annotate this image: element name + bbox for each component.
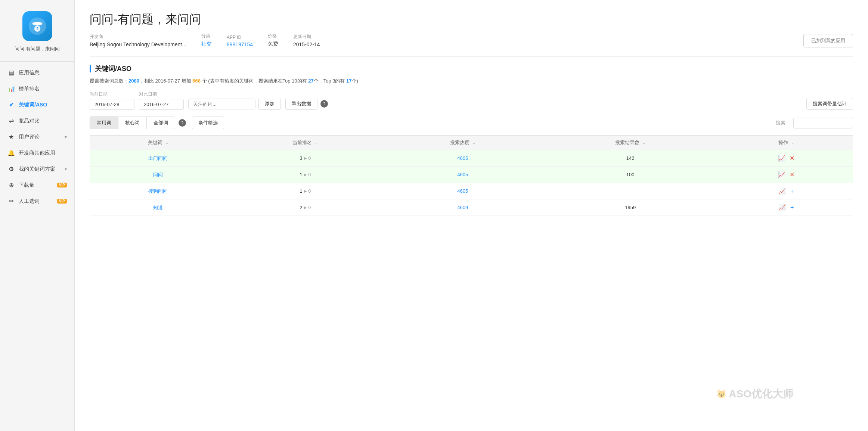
sidebar-app-name: 问问-有问题，来问问 bbox=[11, 46, 63, 52]
keyword-link[interactable]: 问问 bbox=[153, 172, 163, 177]
update-label: 更新日期 bbox=[293, 34, 320, 40]
section-title: 关键词/ASO bbox=[90, 64, 853, 73]
app-header: 问问-有问题，来问问 开发商 Beijing Sogou Technology … bbox=[90, 11, 853, 47]
sidebar-item-app-info[interactable]: ▤ 应用信息 bbox=[0, 65, 74, 81]
app-id-meta: APP ID 898197154 bbox=[227, 35, 253, 47]
trend-icon[interactable]: 📈 bbox=[778, 188, 786, 194]
sidebar-item-competitor[interactable]: ⇌ 竞品对比 bbox=[0, 113, 74, 129]
ops-cell: 📈 ✕ bbox=[719, 150, 853, 167]
app-info-icon: ▤ bbox=[7, 69, 15, 76]
keyword-tabs: 常用词 核心词 全部词 bbox=[90, 117, 175, 129]
table-row: 知道 2 ▶ 0 4609 1959 📈 + bbox=[90, 199, 853, 216]
chevron-down-icon: ▾ bbox=[65, 134, 67, 140]
results-cell: 1959 bbox=[541, 199, 719, 216]
sidebar-item-label: 应用信息 bbox=[19, 69, 40, 76]
tab-core[interactable]: 核心词 bbox=[118, 117, 147, 129]
sort-icon[interactable]: ⌄ bbox=[315, 141, 318, 145]
sidebar-item-manual-select[interactable]: ✏ 人工选词 VIP bbox=[0, 193, 74, 209]
category-label: 分类 bbox=[201, 33, 212, 39]
stats-top3: 17 bbox=[346, 78, 351, 84]
category-meta: 分类 社交 bbox=[201, 33, 212, 47]
sort-icon[interactable]: ⌄ bbox=[791, 141, 794, 145]
added-to-my-apps-button[interactable]: 已加到我的应用 bbox=[803, 34, 853, 47]
stats-mid: 个，Top 3的有 bbox=[314, 78, 345, 84]
results-cell: 100 bbox=[541, 167, 719, 183]
trend-icon[interactable]: 📈 bbox=[778, 171, 785, 178]
sidebar-item-dev-apps[interactable]: 🔔 开发商其他应用 bbox=[0, 145, 74, 161]
stats-top10: 27 bbox=[308, 78, 313, 84]
delete-icon[interactable]: ✕ bbox=[790, 155, 794, 161]
rank-arrow-icon: ▶ bbox=[304, 173, 307, 177]
sort-icon[interactable]: ⌄ bbox=[642, 141, 645, 145]
sidebar-navigation: ▤ 应用信息 📊 榜单排名 ✔ 关键词/ASO ⇌ 竞品对比 ★ 用户评论 ▾ … bbox=[0, 65, 74, 209]
stats-line: 覆盖搜索词总数：2080，相比 2016-07-27 增加 668 个 (表中有… bbox=[90, 78, 853, 84]
stats-prefix: 覆盖搜索词总数： bbox=[90, 78, 128, 84]
col-keyword: 关键词 ⌄ bbox=[90, 136, 226, 150]
app-id-label: APP ID bbox=[227, 35, 253, 40]
rank-change-value: 0 bbox=[309, 205, 311, 210]
price-meta: 价格 免费 bbox=[268, 33, 278, 47]
sidebar-item-chart-rank[interactable]: 📊 榜单排名 bbox=[0, 81, 74, 97]
keyword-link[interactable]: 知道 bbox=[153, 205, 163, 210]
keyword-table: 关键词 ⌄ 当前排名 ⌄ 搜索热度 ⌄ 搜索结果数 ⌄ bbox=[90, 135, 853, 216]
add-icon[interactable]: + bbox=[790, 204, 794, 211]
trend-icon[interactable]: 📈 bbox=[778, 204, 786, 211]
trend-icon[interactable]: 📈 bbox=[778, 155, 785, 161]
tab-all[interactable]: 全部词 bbox=[146, 117, 175, 129]
sidebar: ? 问问-有问题，来问问 ▤ 应用信息 📊 榜单排名 ✔ 关键词/ASO ⇌ 竞… bbox=[0, 0, 75, 431]
sidebar-item-label: 下载量 bbox=[19, 182, 34, 189]
category-value[interactable]: 社交 bbox=[201, 41, 212, 47]
sidebar-item-label: 榜单排名 bbox=[19, 86, 40, 92]
delete-icon[interactable]: ✕ bbox=[790, 171, 794, 178]
chart-rank-icon: 📊 bbox=[7, 85, 15, 92]
sidebar-item-label: 我的关键词方案 bbox=[19, 166, 55, 173]
volume-estimate-button[interactable]: 搜索词带量估计 bbox=[806, 98, 853, 110]
rank-change-value: 0 bbox=[309, 172, 311, 177]
rank-value: 1 bbox=[300, 172, 302, 177]
app-id-value[interactable]: 898197154 bbox=[227, 41, 253, 47]
rank-change-value: 0 bbox=[309, 189, 311, 194]
tab-common[interactable]: 常用词 bbox=[90, 117, 118, 129]
table-row: 搜狗问问 1 ▶ 0 4605 📈 + bbox=[90, 183, 853, 199]
sort-icon[interactable]: ⌄ bbox=[472, 141, 475, 145]
rank-cell: 1 ▶ 0 bbox=[226, 183, 384, 199]
keyword-link[interactable]: 出门问问 bbox=[148, 155, 168, 161]
compare-date-input[interactable] bbox=[139, 99, 184, 110]
sidebar-item-label: 用户评论 bbox=[19, 134, 40, 140]
sidebar-item-user-review[interactable]: ★ 用户评论 ▾ bbox=[0, 129, 74, 145]
sidebar-item-downloads[interactable]: ⊕ 下载量 VIP bbox=[0, 177, 74, 193]
results-value: 1959 bbox=[625, 205, 636, 210]
current-date-group: 当前日期 bbox=[90, 91, 134, 110]
add-icon[interactable]: + bbox=[790, 188, 794, 194]
keyword-aso-icon: ✔ bbox=[7, 101, 15, 108]
help-icon[interactable]: ? bbox=[320, 100, 328, 108]
export-data-button[interactable]: 导出数据 bbox=[285, 98, 317, 110]
keyword-link[interactable]: 搜狗问问 bbox=[148, 188, 168, 194]
keyword-search-input[interactable] bbox=[188, 99, 255, 109]
sort-icon[interactable]: ⌄ bbox=[165, 141, 168, 145]
results-value: 142 bbox=[626, 155, 635, 161]
results-cell bbox=[541, 183, 719, 199]
rank-cell: 1 ▶ 0 bbox=[226, 167, 384, 183]
app-logo: ? bbox=[22, 11, 52, 41]
current-date-input[interactable] bbox=[90, 99, 134, 110]
dev-apps-icon: 🔔 bbox=[7, 149, 15, 156]
col-rank: 当前排名 ⌄ bbox=[226, 136, 384, 150]
sidebar-item-keyword-aso[interactable]: ✔ 关键词/ASO bbox=[0, 97, 74, 113]
vip-badge: VIP bbox=[57, 199, 67, 204]
keyword-filter-search[interactable] bbox=[793, 118, 853, 128]
downloads-icon: ⊕ bbox=[7, 182, 15, 189]
vip-badge: VIP bbox=[57, 183, 67, 187]
keyword-cell: 出门问问 bbox=[90, 150, 226, 167]
rank-cell: 2 ▶ 0 bbox=[226, 199, 384, 216]
heat-value: 4605 bbox=[457, 188, 468, 194]
sidebar-item-label: 开发商其他应用 bbox=[19, 150, 55, 156]
price-label: 价格 bbox=[268, 33, 278, 39]
stats-suffix: 个 (表中有热度的关键词，搜索结果在Top 10的有 bbox=[201, 78, 307, 84]
add-keyword-button[interactable]: 添加 bbox=[258, 98, 281, 110]
heat-value: 4609 bbox=[457, 205, 468, 210]
table-row: 出门问问 3 ▶ 0 4605 142 📈 ✕ bbox=[90, 150, 853, 167]
filter-condition-button[interactable]: 条件筛选 bbox=[192, 117, 224, 129]
tab-help-icon[interactable]: ? bbox=[179, 119, 186, 127]
sidebar-item-keyword-plan[interactable]: ⚙ 我的关键词方案 ▾ bbox=[0, 161, 74, 177]
